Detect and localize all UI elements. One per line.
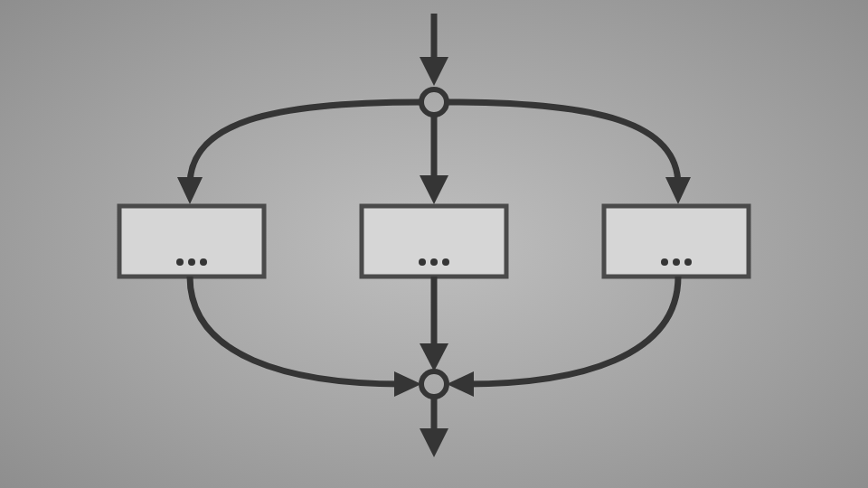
- edge-top-to-right: [447, 102, 678, 185]
- ellipsis-dot: [673, 258, 680, 266]
- ellipsis-dot: [176, 258, 184, 266]
- arrowhead-icon: [665, 177, 691, 204]
- ellipsis-dot: [188, 258, 195, 266]
- arrowhead-icon: [420, 343, 448, 371]
- ellipsis-dot: [419, 258, 426, 266]
- arrowhead-icon: [420, 175, 448, 204]
- arrowhead-icon: [394, 371, 421, 397]
- arrowhead-icon: [177, 177, 203, 204]
- top-junction-node: [421, 89, 447, 115]
- ellipsis-dot: [684, 258, 692, 266]
- edge-left-to-bottom: [190, 277, 402, 384]
- ellipsis-dot: [430, 258, 438, 266]
- ellipsis-dot: [442, 258, 449, 266]
- process-box-right: [604, 206, 749, 277]
- arrowhead-icon: [447, 371, 474, 397]
- process-box-center: [362, 206, 506, 277]
- edge-right-to-bottom: [466, 277, 678, 384]
- ellipsis-dot: [200, 258, 207, 266]
- bottom-junction-node: [421, 371, 447, 397]
- ellipsis-dot: [661, 258, 668, 266]
- edge-top-to-left: [190, 102, 421, 185]
- flow-diagram: [0, 0, 868, 488]
- arrowhead-icon: [420, 428, 448, 457]
- process-box-left: [119, 206, 264, 277]
- arrowhead-icon: [420, 57, 448, 86]
